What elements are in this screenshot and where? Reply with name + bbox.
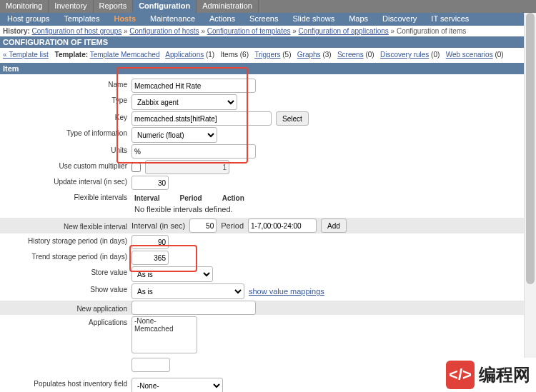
key-input[interactable] bbox=[131, 111, 272, 126]
newflex-interval-input[interactable] bbox=[189, 218, 217, 233]
label-trend-period: Trend storage period (in days) bbox=[0, 251, 131, 261]
count: 1 bbox=[208, 51, 212, 59]
top-nav: Monitoring Inventory Reports Configurati… bbox=[0, 0, 536, 13]
newflex-period-input[interactable] bbox=[248, 218, 317, 233]
history-link[interactable]: Configuration of host groups bbox=[32, 27, 122, 35]
brand-text: 编程网 bbox=[479, 363, 530, 386]
mtab-graphs[interactable]: Graphs bbox=[297, 51, 321, 59]
count: 0 bbox=[368, 51, 372, 59]
subtab-slide-shows[interactable]: Slide shows bbox=[285, 13, 342, 26]
history-current: Configuration of items bbox=[397, 27, 466, 35]
subtab-it-services[interactable]: IT services bbox=[424, 13, 476, 26]
history-period-input[interactable] bbox=[131, 235, 169, 249]
label-store-value: Store value bbox=[0, 266, 131, 276]
count: 5 bbox=[285, 51, 289, 59]
history-link[interactable]: Configuration of hosts bbox=[129, 27, 199, 35]
list-item[interactable]: Memcached bbox=[132, 325, 197, 333]
page-title: CONFIGURATION OF ITEMS bbox=[0, 36, 536, 48]
subtab-discovery[interactable]: Discovery bbox=[375, 13, 424, 26]
mtab-applications[interactable]: Applications bbox=[165, 51, 204, 59]
mtab-items: Items (6) bbox=[221, 51, 249, 59]
label-show-value: Show value bbox=[0, 283, 131, 293]
mini-bar: « Template list Template: Template Memca… bbox=[0, 48, 536, 63]
section-title: Item bbox=[0, 63, 536, 74]
tab-inventory[interactable]: Inventory bbox=[49, 0, 93, 13]
subtab-actions[interactable]: Actions bbox=[202, 13, 242, 26]
history-label: History: bbox=[3, 27, 30, 35]
template-label: Template: bbox=[55, 51, 89, 59]
mtab-screens[interactable]: Screens bbox=[337, 51, 364, 59]
show-value-select[interactable]: As is bbox=[131, 283, 244, 299]
brand-watermark: </> 编程网 bbox=[440, 358, 536, 392]
flex-hdr-action: Action bbox=[222, 194, 244, 202]
subtab-templates[interactable]: Templates bbox=[56, 13, 106, 26]
scrollbar-thumb[interactable] bbox=[526, 13, 535, 284]
subtab-host-groups[interactable]: Host groups bbox=[0, 13, 56, 26]
type-of-info-select[interactable]: Numeric (float) bbox=[131, 127, 217, 143]
back-template-list[interactable]: « Template list bbox=[3, 51, 49, 59]
new-application-input[interactable] bbox=[131, 301, 256, 315]
flex-hdr-interval: Interval bbox=[134, 194, 160, 202]
tab-configuration[interactable]: Configuration bbox=[133, 0, 197, 13]
item-form: Name Type Zabbix agent Key Select Type o… bbox=[0, 74, 536, 392]
label-type-of-info: Type of information bbox=[0, 127, 131, 137]
subtab-hosts[interactable]: Hosts bbox=[106, 13, 143, 26]
mtab-discovery-rules[interactable]: Discovery rules bbox=[380, 51, 429, 59]
tab-reports[interactable]: Reports bbox=[94, 0, 134, 13]
history-bar: History: Configuration of host groups » … bbox=[0, 26, 536, 36]
template-name-link[interactable]: Template Memcached bbox=[90, 51, 160, 59]
applications-listbox[interactable]: -None- Memcached bbox=[131, 316, 197, 353]
label-units: Units bbox=[0, 144, 131, 154]
flex-hdr-period: Period bbox=[180, 194, 202, 202]
label-newflex-period: Period bbox=[221, 221, 244, 230]
store-value-select[interactable]: As is bbox=[131, 266, 213, 282]
label-update-interval: Update interval (in sec) bbox=[0, 176, 131, 186]
newflex-add-button[interactable]: Add bbox=[321, 218, 347, 233]
update-interval-input[interactable] bbox=[131, 176, 169, 190]
name-input[interactable] bbox=[131, 79, 256, 93]
label-type: Type bbox=[0, 94, 131, 104]
type-select[interactable]: Zabbix agent bbox=[131, 94, 237, 110]
brand-icon: </> bbox=[446, 361, 475, 389]
label-populates-inventory: Populates host inventory field bbox=[0, 378, 131, 388]
custom-multiplier-checkbox[interactable] bbox=[131, 163, 141, 172]
subtab-screens[interactable]: Screens bbox=[242, 13, 285, 26]
count: 3 bbox=[325, 51, 329, 59]
label-custom-multiplier: Use custom multiplier bbox=[0, 160, 131, 170]
label-history-period: History storage period (in days) bbox=[0, 235, 131, 245]
flex-empty-msg: No flexible intervals defined. bbox=[134, 205, 257, 213]
mtab-triggers[interactable]: Triggers bbox=[254, 51, 280, 59]
show-value-mappings-link[interactable]: show value mappings bbox=[249, 287, 324, 296]
flex-intervals-box: Interval Period Action No flexible inter… bbox=[131, 191, 260, 216]
applications-extra-input[interactable] bbox=[131, 358, 170, 372]
sub-nav: Host groups Templates Hosts Maintenance … bbox=[0, 13, 536, 26]
count: 0 bbox=[433, 51, 437, 59]
label-applications: Applications bbox=[0, 316, 131, 326]
units-input[interactable] bbox=[131, 144, 256, 159]
tab-monitoring[interactable]: Monitoring bbox=[0, 0, 49, 13]
label-newflex-intv: Interval (in sec) bbox=[131, 221, 185, 230]
label-key: Key bbox=[0, 111, 131, 121]
key-select-button[interactable]: Select bbox=[276, 111, 309, 126]
inventory-select[interactable]: -None- bbox=[131, 378, 223, 392]
subtab-maps[interactable]: Maps bbox=[342, 13, 375, 26]
label-flex-intervals: Flexible intervals bbox=[0, 191, 131, 201]
trend-period-input[interactable] bbox=[131, 251, 169, 265]
count: 0 bbox=[497, 51, 502, 59]
subtab-maintenance[interactable]: Maintenance bbox=[143, 13, 202, 26]
custom-multiplier-input bbox=[145, 160, 229, 174]
label-name: Name bbox=[0, 79, 131, 89]
tab-administration[interactable]: Administration bbox=[197, 0, 259, 13]
history-link[interactable]: Configuration of applications bbox=[299, 27, 389, 35]
mtab-web-scenarios[interactable]: Web scenarios bbox=[446, 51, 493, 59]
label-new-flex-interval: New flexible interval bbox=[0, 221, 131, 231]
label-new-application: New application bbox=[0, 303, 131, 313]
history-link[interactable]: Configuration of templates bbox=[207, 27, 291, 35]
list-item[interactable]: -None- bbox=[132, 317, 197, 325]
